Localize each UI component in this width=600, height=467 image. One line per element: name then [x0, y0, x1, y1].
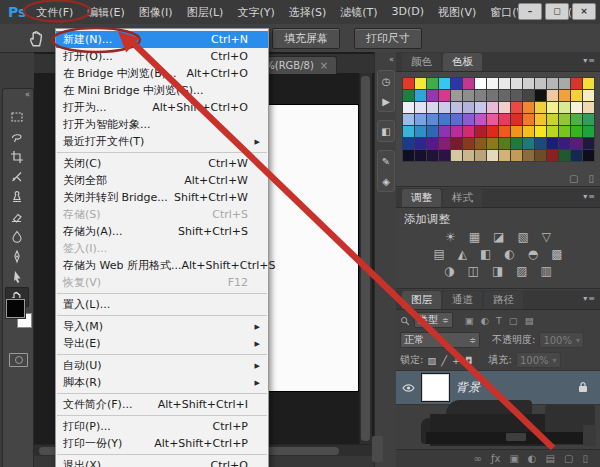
swatch[interactable]: [559, 114, 570, 125]
swatch[interactable]: [583, 150, 594, 161]
swatch[interactable]: [487, 90, 498, 101]
brush-panel-icon[interactable]: ✎: [378, 151, 394, 171]
curves-icon[interactable]: ◪: [493, 231, 504, 244]
swatch[interactable]: [487, 102, 498, 113]
swatch[interactable]: [559, 90, 570, 101]
lock-pixels-icon[interactable]: ╱: [441, 355, 447, 366]
swatch[interactable]: [451, 102, 462, 113]
swatch[interactable]: [535, 114, 546, 125]
swatch[interactable]: [415, 150, 426, 161]
swatch[interactable]: [451, 114, 462, 125]
pen-tool[interactable]: [5, 247, 29, 267]
swatch[interactable]: [475, 150, 486, 161]
file-menu-item-5[interactable]: 打开为...Alt+Shift+Ctrl+O: [56, 99, 268, 116]
vertical-scrollbar[interactable]: [359, 73, 372, 444]
swatch[interactable]: [499, 78, 510, 89]
adjustments-tab-样式[interactable]: 样式: [443, 189, 482, 207]
file-menu-item-18[interactable]: 导出(E)▶: [56, 335, 268, 352]
swatch[interactable]: [463, 90, 474, 101]
swatch[interactable]: [571, 126, 582, 137]
file-menu-item-14[interactable]: 存储为 Web 所用格式...Alt+Shift+Ctrl+S: [56, 257, 268, 274]
swatch[interactable]: [403, 102, 414, 113]
swatch[interactable]: [487, 126, 498, 137]
menubar-item-4[interactable]: 图层(L): [187, 5, 224, 20]
swatches-tab-色板[interactable]: 色板: [443, 53, 482, 71]
file-menu-item-2[interactable]: 打开(O)...Ctrl+O: [56, 48, 268, 65]
swatch[interactable]: [487, 114, 498, 125]
swatch[interactable]: [463, 126, 474, 137]
menubar-item-8[interactable]: 3D(D): [392, 5, 425, 20]
lock-all-icon[interactable]: ◘: [465, 355, 473, 366]
swatch[interactable]: [427, 78, 438, 89]
properties-panel-icon[interactable]: ◧: [378, 121, 394, 141]
swatch[interactable]: [427, 114, 438, 125]
swatch[interactable]: [523, 78, 534, 89]
adjustments-tab-调整[interactable]: 调整: [402, 189, 441, 207]
swatch[interactable]: [427, 102, 438, 113]
layers-panel-menu-icon[interactable]: ▾≡: [583, 294, 596, 303]
vertical-scrollbar-thumb[interactable]: [361, 76, 370, 441]
swatch[interactable]: [547, 78, 558, 89]
swatch[interactable]: [427, 126, 438, 137]
swatch[interactable]: [439, 114, 450, 125]
swatch[interactable]: [535, 78, 546, 89]
swatch[interactable]: [415, 126, 426, 137]
swatch[interactable]: [511, 102, 522, 113]
menubar-item-9[interactable]: 视图(V): [438, 5, 476, 20]
swatch[interactable]: [559, 150, 570, 161]
minimize-button[interactable]: –: [518, 3, 542, 20]
swatch[interactable]: [499, 114, 510, 125]
swatch[interactable]: [583, 90, 594, 101]
file-menu-item-23[interactable]: 打印一份(Y)Alt+Shift+Ctrl+P: [56, 435, 268, 452]
color-balance-icon[interactable]: ◭: [458, 248, 467, 261]
swatch[interactable]: [439, 90, 450, 101]
exposure-icon[interactable]: ▧: [517, 231, 528, 244]
file-menu-item-9[interactable]: 关闭全部Alt+Ctrl+W: [56, 172, 268, 189]
color-lookup-icon[interactable]: ▩: [551, 248, 562, 261]
swatch[interactable]: [559, 102, 570, 113]
swatch[interactable]: [427, 138, 438, 149]
swatch[interactable]: [499, 90, 510, 101]
dock-collapse-icon[interactable]: «: [389, 55, 394, 64]
swatch[interactable]: [499, 126, 510, 137]
swatch[interactable]: [511, 150, 522, 161]
file-menu-item-12[interactable]: 存储为(A)...Shift+Ctrl+S: [56, 223, 268, 240]
filter-type-icon[interactable]: T: [496, 315, 502, 326]
swatch[interactable]: [415, 78, 426, 89]
delete-layer-icon[interactable]: ▯: [582, 453, 588, 464]
lock-transparency-icon[interactable]: ▨: [427, 355, 436, 366]
swatch[interactable]: [571, 102, 582, 113]
swatch[interactable]: [451, 138, 462, 149]
swatch[interactable]: [547, 138, 558, 149]
swatch[interactable]: [475, 102, 486, 113]
swatch[interactable]: [523, 114, 534, 125]
visibility-eye-icon[interactable]: [402, 378, 415, 397]
swatch[interactable]: [403, 150, 414, 161]
foreground-color-swatch[interactable]: [6, 299, 25, 318]
clone-stamp-tool[interactable]: [5, 187, 29, 207]
swatch[interactable]: [475, 138, 486, 149]
brightness-contrast-icon[interactable]: ☀: [445, 231, 456, 244]
swatch[interactable]: [463, 102, 474, 113]
layer-mask-icon[interactable]: ▣: [509, 453, 518, 464]
swatch[interactable]: [571, 138, 582, 149]
menubar-item-5[interactable]: 文字(Y): [237, 5, 274, 20]
photo-filter-icon[interactable]: ◐: [504, 248, 514, 261]
swatch[interactable]: [583, 114, 594, 125]
swatch[interactable]: [535, 126, 546, 137]
swatch[interactable]: [535, 102, 546, 113]
swatch[interactable]: [403, 90, 414, 101]
lock-position-icon[interactable]: +: [452, 355, 460, 366]
menubar-item-6[interactable]: 选择(S): [289, 5, 327, 20]
filter-shape-icon[interactable]: ▢: [509, 315, 518, 326]
swatch[interactable]: [403, 126, 414, 137]
threshold-icon[interactable]: ◨: [492, 265, 503, 278]
swatch[interactable]: [451, 150, 462, 161]
swatch[interactable]: [415, 90, 426, 101]
filter-adjustment-icon[interactable]: ◐: [481, 315, 489, 326]
invert-icon[interactable]: ◑: [444, 265, 454, 278]
swatch[interactable]: [523, 126, 534, 137]
toolbar-collapse-icon[interactable]: «: [25, 90, 30, 99]
menubar-item-3[interactable]: 图像(I): [139, 5, 173, 20]
swatch[interactable]: [559, 78, 570, 89]
